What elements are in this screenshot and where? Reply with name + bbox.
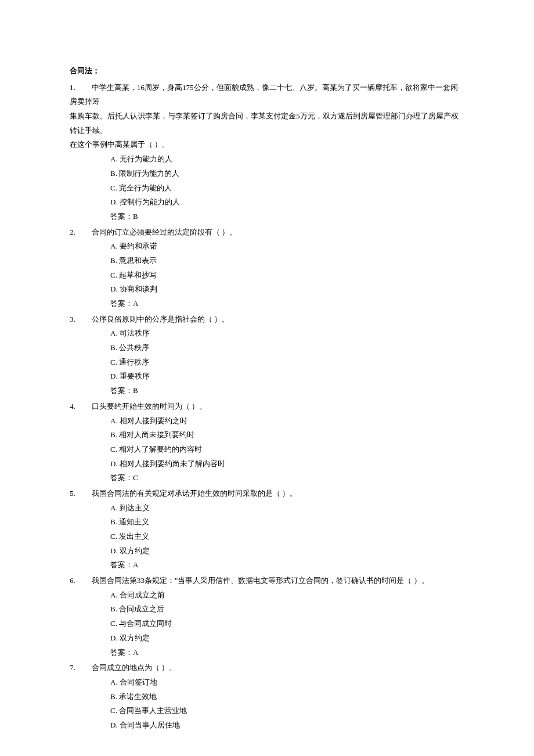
option-B: B. 承诺生效地 <box>110 690 464 704</box>
question-2: 2.合同的订立必须要经过的法定阶段有（ ）。A. 要约和承诺B. 意思和表示C.… <box>70 225 464 311</box>
option-D: D. 控制行为能力的人 <box>110 195 464 210</box>
question-number: 3. <box>70 312 92 327</box>
option-A: A. 司法秩序 <box>110 326 464 341</box>
option-C: C. 通行秩序 <box>110 355 464 370</box>
question-5: 5.我国合同法的有关规定对承诺开始生效的时间采取的是（ ）。A. 到达主义B. … <box>70 487 464 573</box>
option-A: A. 要约和承诺 <box>110 239 464 254</box>
answer: 答案：C <box>70 471 464 485</box>
options-list: A. 司法秩序B. 公共秩序C. 通行秩序D. 重要秩序 <box>70 326 464 384</box>
option-D: D. 重要秩序 <box>110 369 464 384</box>
options-list: A. 相对人接到要约之时B. 相对人尚未接到要约时C. 相对人了解要约的内容时D… <box>70 414 464 471</box>
option-D: D. 合同当事人居住地 <box>110 718 464 733</box>
question-stem-line: 3.公序良俗原则中的公序是指社会的（ ）。 <box>70 312 464 327</box>
option-B: B. 合同成立之后 <box>110 602 464 617</box>
question-stem: 我国合同法第33条规定："当事人采用信件、数据电文等形式订立合同的，签订确认书的… <box>92 576 429 585</box>
option-C: C. 合同当事人主营业地 <box>110 704 464 718</box>
option-A: A. 相对人接到要约之时 <box>110 414 464 429</box>
answer: 答案：B <box>70 384 464 398</box>
question-stem: 合同的订立必须要经过的法定阶段有（ ）。 <box>92 228 237 236</box>
question-stem: 中学生高某，16周岁，身高175公分，但面貌成熟，像二十七、八岁。高某为了买一辆… <box>70 83 458 106</box>
question-stem: 我国合同法的有关规定对承诺开始生效的时间采取的是（ ）。 <box>92 489 297 498</box>
answer: 答案：A <box>70 646 464 660</box>
question-stem-line: 7.合同成立的地点为（ ）。 <box>70 661 464 675</box>
question-stem-line: 5.我国合同法的有关规定对承诺开始生效的时间采取的是（ ）。 <box>70 487 464 501</box>
question-stem-line: 6.我国合同法第33条规定："当事人采用信件、数据电文等形式订立合同的，签订确认… <box>70 574 464 588</box>
question-stem-line: 4.口头要约开始生效的时间为（ ）。 <box>70 399 464 414</box>
options-list: A. 要约和承诺B. 意思和表示C. 起草和抄写D. 协商和谈判 <box>70 239 464 297</box>
question-number: 7. <box>70 661 92 675</box>
question-stem: 合同成立的地点为（ ）。 <box>92 663 176 672</box>
question-number: 2. <box>70 225 92 240</box>
option-C: C. 起草和抄写 <box>110 268 464 283</box>
question-1: 1.中学生高某，16周岁，身高175公分，但面貌成熟，像二十七、八岁。高某为了买… <box>70 81 464 224</box>
option-D: D. 双方约定 <box>110 631 464 646</box>
option-C: C. 相对人了解要约的内容时 <box>110 442 464 457</box>
question-4: 4.口头要约开始生效的时间为（ ）。A. 相对人接到要约之时B. 相对人尚未接到… <box>70 399 464 485</box>
option-A: A. 无行为能力的人 <box>110 152 464 167</box>
option-D: D. 双方约定 <box>110 544 464 559</box>
question-7: 7.合同成立的地点为（ ）。A. 合同签订地B. 承诺生效地C. 合同当事人主营… <box>70 661 464 732</box>
question-number: 5. <box>70 487 92 501</box>
question-number: 1. <box>70 81 92 95</box>
question-3: 3.公序良俗原则中的公序是指社会的（ ）。A. 司法秩序B. 公共秩序C. 通行… <box>70 312 464 398</box>
question-stem-line: 在这个事例中高某属于（ ）。 <box>70 138 464 152</box>
question-stem-line: 2.合同的订立必须要经过的法定阶段有（ ）。 <box>70 225 464 240</box>
question-stem-line: 集购车款。后托人认识李某，与李某签订了购房合同，李某支付定金5万元，双方遂后到房… <box>70 109 464 138</box>
question-stem-line: 1.中学生高某，16周岁，身高175公分，但面貌成熟，像二十七、八岁。高某为了买… <box>70 81 464 109</box>
option-B: B. 限制行为能力的人 <box>110 167 464 181</box>
answer: 答案：B <box>70 210 464 224</box>
option-B: B. 通知主义 <box>110 515 464 530</box>
document-title: 合同法； <box>70 64 464 78</box>
question-6: 6.我国合同法第33条规定："当事人采用信件、数据电文等形式订立合同的，签订确认… <box>70 574 464 660</box>
question-stem: 口头要约开始生效的时间为（ ）。 <box>92 402 207 411</box>
questions-list: 1.中学生高某，16周岁，身高175公分，但面貌成熟，像二十七、八岁。高某为了买… <box>70 81 464 733</box>
question-number: 4. <box>70 399 92 414</box>
options-list: A. 合同签订地B. 承诺生效地C. 合同当事人主营业地D. 合同当事人居住地 <box>70 675 464 733</box>
option-A: A. 合同签订地 <box>110 675 464 690</box>
options-list: A. 无行为能力的人B. 限制行为能力的人C. 完全行为能的人D. 控制行为能力… <box>70 152 464 210</box>
option-B: B. 相对人尚未接到要约时 <box>110 428 464 442</box>
option-A: A. 到达主义 <box>110 501 464 516</box>
option-B: B. 公共秩序 <box>110 341 464 355</box>
option-C: C. 完全行为能的人 <box>110 181 464 196</box>
option-B: B. 意思和表示 <box>110 254 464 268</box>
option-C: C. 发出主义 <box>110 530 464 544</box>
answer: 答案：A <box>70 558 464 573</box>
option-C: C. 与合同成立同时 <box>110 617 464 631</box>
options-list: A. 合同成立之前B. 合同成立之后C. 与合同成立同时D. 双方约定 <box>70 588 464 646</box>
answer: 答案：A <box>70 297 464 311</box>
question-stem: 公序良俗原则中的公序是指社会的（ ）。 <box>92 315 229 323</box>
option-D: D. 相对人接到要约尚未了解内容时 <box>110 457 464 471</box>
question-number: 6. <box>70 574 92 588</box>
option-A: A. 合同成立之前 <box>110 588 464 603</box>
options-list: A. 到达主义B. 通知主义C. 发出主义D. 双方约定 <box>70 501 464 559</box>
option-D: D. 协商和谈判 <box>110 282 464 297</box>
